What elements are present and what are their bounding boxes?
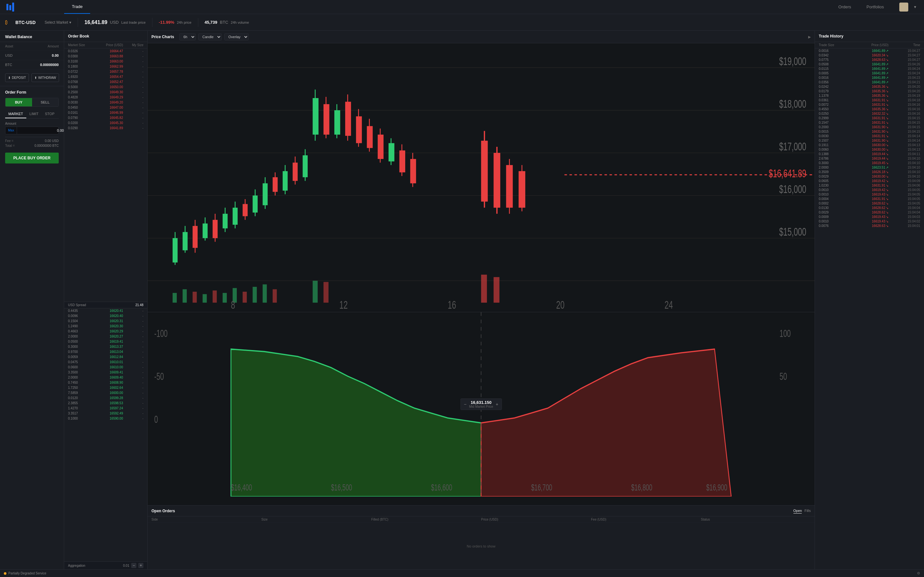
withdraw-button[interactable]: ⬆ WITHDRAW [31,73,59,82]
svg-rect-78 [223,293,227,303]
settings-icon[interactable]: ⚙ [917,571,920,575]
volume-value: 45,739 [205,20,218,25]
arrow-down-icon: ↘ [886,107,888,111]
ob-my-size: - [123,85,144,89]
trade-history-row: 0.0005 16641.89↗ 15:04:24 [815,71,924,75]
nav-tab-orders[interactable]: Orders [830,0,859,14]
market-bar: ₿ BTC-USD Select Market ▾ 16,641.89 USD … [0,14,924,31]
ob-buy-row[interactable]: 0.7450 16608.90 - [64,380,147,385]
trade-price: 16619.42↘ [851,188,889,192]
trade-price: 16641.89↗ [851,71,889,75]
ob-buy-row[interactable]: 3.3517 16592.49 - [64,411,147,416]
user-menu[interactable]: ▾ [892,0,924,14]
order-type-market[interactable]: MARKET [5,110,26,118]
trade-history-row: 2.6786 16619.44↘ 15:04:10 [815,156,924,161]
last-price-label: Last trade price [121,21,145,24]
ob-sell-row[interactable]: 0.0790 16645.82 - [64,115,147,120]
ob-buy-row[interactable]: 0.1504 16620.31 - [64,319,147,324]
ob-sell-row[interactable]: 0.5000 16650.00 - [64,84,147,89]
aggregation-decrease-button[interactable]: − [131,563,136,568]
ob-buy-row[interactable]: 0.9700 16613.04 - [64,350,147,355]
aggregation-increase-button[interactable]: + [138,563,144,568]
trade-history-row: 0.0508 16641.89↗ 15:04:26 [815,62,924,66]
ob-buy-row[interactable]: 7.5859 16600.00 - [64,390,147,396]
ob-buy-row[interactable]: 0.0500 16619.41 - [64,339,147,344]
ob-buy-row[interactable]: 0.0600 16610.00 - [64,365,147,370]
ob-sell-row[interactable]: 0.1800 16662.99 - [64,64,147,69]
svg-rect-74 [183,289,187,303]
ob-buy-row[interactable]: 1.2490 16620.30 - [64,324,147,329]
mid-price-minus[interactable]: − [464,402,467,407]
amount-input[interactable] [17,127,64,134]
ob-buy-row[interactable]: 0.4663 16620.29 - [64,329,147,334]
ob-sell-row[interactable]: 0.0722 16657.78 - [64,69,147,74]
ob-buy-row[interactable]: 0.4435 16620.41 - [64,308,147,314]
ob-my-size: - [123,417,144,420]
oo-tab-open[interactable]: Open [793,508,802,514]
ob-price: 16608.90 [92,381,123,384]
arrow-down-icon: ↘ [886,206,888,210]
expand-icon[interactable]: ▶ [808,35,811,39]
ob-buy-row[interactable]: 1.4270 16597.24 - [64,406,147,411]
ob-sell-row[interactable]: 0.0450 16647.00 - [64,105,147,110]
ob-buy-row[interactable]: 2.3855 16598.53 - [64,401,147,406]
nav-tab-portfolios[interactable]: Portfolios [859,0,892,14]
ob-sell-row[interactable]: 0.0290 16641.89 - [64,125,147,131]
ob-buy-row[interactable]: 1.7250 16602.64 - [64,385,147,390]
overlay-select[interactable]: Overlay [224,33,249,40]
sell-tab[interactable]: SELL [32,98,59,106]
asset-row-usd: USD 0.00 [0,51,64,60]
ob-price: 16652.47 [92,80,123,84]
ob-sell-row[interactable]: 0.4828 16649.29 - [64,95,147,100]
ob-sell-row[interactable]: 0.0300 16663.88 - [64,53,147,59]
ob-buy-row[interactable]: 3.3500 16609.41 - [64,370,147,375]
ob-buy-row[interactable]: 0.0475 16610.01 - [64,359,147,365]
arrow-up-icon: ↗ [886,67,888,71]
ob-buy-row[interactable]: 2.0000 16620.27 - [64,334,147,339]
buy-tab[interactable]: BUY [5,98,32,106]
svg-text:$18,000: $18,000 [779,98,806,110]
ob-buy-row[interactable]: 0.0120 16599.28 - [64,396,147,401]
arrow-down-icon: ↘ [886,89,888,93]
timeframe-select[interactable]: 6h1h1d [179,33,196,40]
svg-text:-100: -100 [154,327,168,339]
trade-size: 0.0004 [819,197,851,201]
svg-text:$16,641.89: $16,641.89 [769,167,806,179]
ob-market-size: 0.4663 [68,330,92,333]
ob-sell-row[interactable]: 1.6920 16654.47 - [64,74,147,79]
chart-type-select[interactable]: CandleLine [198,33,222,40]
trade-price: 16630.00↘ [851,175,889,178]
ob-buy-row[interactable]: 2.0000 16609.40 - [64,375,147,380]
avatar [899,3,908,11]
ob-buy-row[interactable]: 0.0096 16620.40 - [64,314,147,319]
svg-rect-75 [192,292,197,303]
ob-my-size: - [123,111,144,114]
ob-sell-row[interactable]: 0.3100 16663.00 - [64,59,147,64]
arrow-down-icon: ↘ [886,211,888,214]
order-type-limit[interactable]: LIMIT [26,110,42,118]
svg-text:24: 24 [664,299,673,311]
order-type-stop[interactable]: STOP [42,110,58,118]
asset-name-btc: BTC [5,63,12,67]
ob-sell-row[interactable]: 0.0200 16645.30 - [64,120,147,125]
ob-sell-row[interactable]: 0.0768 16652.47 - [64,79,147,84]
place-buy-order-button[interactable]: PLACE BUY ORDER [5,153,59,163]
select-market-button[interactable]: Select Market ▾ [45,20,71,25]
ob-sell-row[interactable]: 0.2500 16649.30 - [64,89,147,95]
oo-tab-fills[interactable]: Fills [804,508,811,514]
mid-price-plus[interactable]: + [496,402,498,407]
ob-buy-row[interactable]: 0.3000 16613.37 - [64,344,147,350]
ob-buy-row[interactable]: 0.0059 16612.84 - [64,355,147,359]
trade-price: 16628.62↘ [851,206,889,210]
deposit-button[interactable]: ⬇ DEPOSIT [5,73,29,82]
ob-buy-row[interactable]: 0.1000 16590.00 - [64,416,147,421]
ob-sell-row[interactable]: 0.0030 16649.20 - [64,100,147,105]
trade-history-row: 0.4550 16635.36↘ 15:04:16 [815,107,924,111]
trade-history-row: 0.0076 16628.63↘ 15:04:01 [815,223,924,228]
trade-time: 15:04:10 [888,157,920,160]
max-button[interactable]: Max [5,127,17,134]
nav-tab-trade[interactable]: Trade [64,0,90,14]
amount-group: Amount Max USD [5,122,59,134]
ob-sell-row[interactable]: 0.0326 16664.47 - [64,48,147,53]
ob-sell-row[interactable]: 0.0161 16646.99 - [64,110,147,115]
